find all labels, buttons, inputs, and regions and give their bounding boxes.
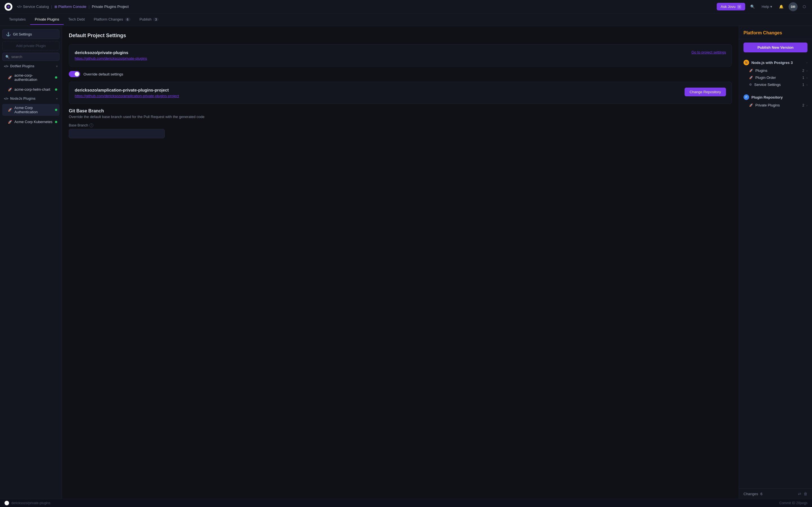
change-repo-button[interactable]: Change Repository	[684, 88, 726, 96]
override-label: Override default settings	[84, 72, 123, 76]
main-layout: ⚓ Git Settings Add private Plugin 🔍 </> …	[0, 26, 812, 499]
notifications-button[interactable]: 🔔	[777, 3, 785, 10]
status-dot	[55, 109, 57, 111]
group-plugin-repository: P Plugin Repository 🚀 Private Plugins 2 …	[739, 91, 812, 111]
gear-icon: ⚙	[749, 83, 752, 87]
footer-actions: ⇄ 🗑	[798, 492, 808, 496]
base-branch-input[interactable]	[69, 129, 165, 138]
git-base-branch-section: Git Base Branch Override the default bas…	[69, 108, 732, 138]
help-icon: ?	[89, 123, 93, 127]
search-button[interactable]: 🔍	[749, 3, 756, 10]
default-repo-url[interactable]: https://github.com/dericksozo/private-pl…	[75, 56, 147, 61]
publish-badge: 3	[153, 17, 159, 21]
help-button[interactable]: Help ▾	[760, 3, 774, 10]
rocket-icon: 🚀	[749, 69, 753, 72]
bottom-repo: dericksozo/private-plugins	[11, 501, 50, 505]
rocket-icon: 🚀	[749, 103, 753, 107]
breadcrumb: </> Service Catalog | ⊞ Platform Console…	[17, 4, 129, 9]
dotnet-chevron-icon: ▾	[56, 64, 58, 68]
compare-icon[interactable]: ⇄	[798, 492, 801, 496]
ask-jovu-button[interactable]: Ask Jovu +	[717, 3, 745, 10]
grid-icon: ⊞	[54, 5, 57, 9]
page-title: Default Project Settings	[69, 33, 732, 39]
git-base-branch-desc: Override the default base branch used fo…	[69, 115, 732, 119]
nav-service-catalog[interactable]: </> Service Catalog	[17, 4, 49, 9]
sidebar: ⚓ Git Settings Add private Plugin 🔍 </> …	[0, 26, 62, 499]
section-dotnet[interactable]: </> DotNet Plugins ▾	[2, 63, 59, 69]
right-panel-title: Platform Changes	[744, 31, 808, 36]
tab-publish[interactable]: Publish 3	[135, 14, 163, 25]
nodejs-code-icon: </>	[4, 97, 8, 100]
default-repo-card: dericksozo/private-plugins https://githu…	[69, 44, 732, 66]
status-dot	[55, 121, 57, 123]
git-settings-button[interactable]: ⚓ Git Settings	[2, 29, 59, 39]
tab-tech-debt[interactable]: Tech Debt	[64, 14, 89, 25]
commit-id: Commit ID 2IIjwqjs	[779, 501, 808, 505]
nodejs-chevron-icon: ▾	[56, 97, 58, 101]
nodejs-group-icon: N	[744, 60, 749, 65]
sidebar-item-acme-corp-kubernetes[interactable]: 🚀 Acme Corp Kubernetes	[2, 118, 59, 126]
right-panel: Platform Changes Publish New Version N N…	[739, 26, 812, 499]
search-input[interactable]	[11, 55, 56, 59]
group-plugin-repository-header[interactable]: P Plugin Repository	[739, 93, 812, 102]
bottom-bar: dericksozo/private-plugins Commit ID 2II…	[0, 499, 812, 507]
app-logo	[4, 3, 12, 11]
status-dot	[55, 89, 57, 91]
sidebar-item-acme-corp-authentication-node[interactable]: 🚀 Acme Corp Authentication	[2, 104, 59, 116]
bell-icon: 🔔	[779, 4, 783, 9]
search-icon: 🔍	[5, 55, 10, 59]
right-panel-footer: Changes 6 ⇄ 🗑	[739, 489, 812, 499]
tab-templates[interactable]: Templates	[4, 14, 30, 25]
base-branch-label: Base Branch ?	[69, 123, 732, 127]
exit-icon: ⬡	[803, 4, 806, 9]
tab-private-plugins[interactable]: Private Plugins	[30, 14, 64, 25]
chevron-down-icon: ▾	[770, 4, 772, 9]
git-base-branch-title: Git Base Branch	[69, 108, 732, 114]
change-item-private-plugins[interactable]: 🚀 Private Plugins 2 ›	[739, 102, 812, 109]
breadcrumb-sep: |	[51, 4, 52, 9]
item-chevron-icon: ›	[806, 69, 808, 72]
add-plugin-button[interactable]: Add private Plugin	[2, 41, 59, 50]
breadcrumb-sep2: |	[89, 4, 89, 9]
go-to-settings-link[interactable]: Go to project settings	[691, 50, 726, 54]
search-box: 🔍	[2, 53, 59, 61]
sidebar-item-acme-corp-authentication[interactable]: 🚀 acme-corp-authentication	[2, 71, 59, 83]
nav-platform-console[interactable]: ⊞ Platform Console	[54, 4, 87, 9]
item-chevron-icon: ›	[806, 104, 808, 107]
change-item-plugins[interactable]: 🚀 Plugins 2 ›	[739, 67, 812, 74]
plugin-repo-group-icon: P	[744, 94, 749, 100]
rocket-icon: 🚀	[8, 120, 12, 124]
group-chevron-icon: ›	[806, 61, 808, 64]
item-chevron-icon: ›	[806, 76, 808, 79]
rocket-icon: 🚀	[749, 76, 753, 79]
tab-platform-changes[interactable]: Platform Changes 6	[89, 14, 135, 25]
center-content: Default Project Settings dericksozo/priv…	[62, 26, 739, 499]
search-icon: 🔍	[750, 4, 755, 9]
logout-button[interactable]: ⬡	[801, 3, 808, 10]
rocket-icon: 🚀	[8, 108, 12, 112]
publish-new-version-button[interactable]: Publish New Version	[744, 43, 808, 52]
platform-changes-badge: 6	[125, 17, 131, 21]
default-repo-name: dericksozo/private-plugins	[75, 50, 147, 55]
sidebar-item-acme-corp-helm-chart[interactable]: 🚀 acme-corp-helm-chart	[2, 86, 59, 93]
delete-icon[interactable]: 🗑	[804, 492, 808, 496]
override-repo-url[interactable]: https://github.com/dericksozo/amplicatio…	[75, 94, 179, 98]
change-item-service-settings[interactable]: ⚙ Service Settings 1 ›	[739, 81, 812, 88]
tab-bar: Templates Private Plugins Tech Debt Plat…	[0, 13, 812, 26]
git-icon: ⚓	[6, 32, 11, 36]
override-toggle[interactable]	[69, 71, 80, 77]
group-nodejs-postgres-header[interactable]: N Node.js with Postgres 3 ›	[739, 58, 812, 67]
avatar[interactable]: DR	[789, 2, 798, 11]
dotnet-code-icon: </>	[4, 64, 8, 68]
override-repo-card: dericksozo/amplication-private-plugins-p…	[69, 82, 732, 104]
card-top-row: dericksozo/private-plugins https://githu…	[75, 50, 726, 61]
code-icon: </>	[17, 5, 22, 9]
plus-icon: +	[737, 5, 741, 9]
right-panel-header: Platform Changes	[739, 26, 812, 39]
change-item-plugin-order[interactable]: 🚀 Plugin Order 1 ›	[739, 74, 812, 81]
group-nodejs-postgres: N Node.js with Postgres 3 › 🚀 Plugins 2 …	[739, 56, 812, 91]
rocket-icon: 🚀	[8, 75, 12, 79]
nav-project: Private Plugins Project	[92, 4, 129, 9]
item-chevron-icon: ›	[806, 83, 808, 87]
section-nodejs[interactable]: </> NodeJs Plugins ▾	[2, 96, 59, 102]
